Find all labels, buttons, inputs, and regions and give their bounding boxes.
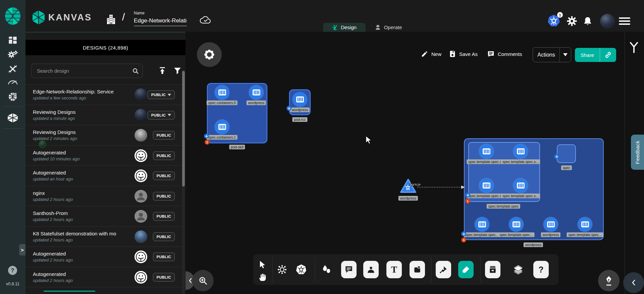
design-list-item[interactable]: K8 Statefulset demonstration with mo upd… bbox=[25, 226, 182, 247]
design-list-item[interactable]: Santhosh-Prom updated 2 hours ago PUBLIC bbox=[25, 206, 182, 226]
visibility-badge[interactable]: PUBLIC bbox=[148, 90, 175, 99]
sketch-tool[interactable] bbox=[458, 261, 474, 278]
help-button[interactable]: ? bbox=[8, 266, 17, 275]
feedback-tab[interactable]: Feedback bbox=[631, 135, 644, 170]
design-list-item[interactable]: Autogenerated updated 10 minutes ago PUB… bbox=[25, 145, 182, 166]
nav-sidebar: > ? v0.8.11 bbox=[0, 32, 25, 294]
actions-dropdown-toggle[interactable] bbox=[560, 53, 571, 56]
design-updated-timestamp: updated a few seconds ago bbox=[33, 95, 129, 100]
service-node[interactable] bbox=[399, 178, 417, 195]
user-avatar[interactable] bbox=[600, 14, 615, 28]
media-tool[interactable] bbox=[363, 261, 379, 278]
rectangle-tool[interactable] bbox=[410, 261, 425, 278]
kubernetes-context-icon[interactable]: 1 bbox=[547, 14, 562, 27]
help-tool[interactable]: ? bbox=[533, 261, 549, 278]
pan-tool[interactable] bbox=[255, 270, 270, 284]
filter-icon[interactable] bbox=[173, 66, 182, 75]
copy-link-button[interactable] bbox=[600, 51, 616, 59]
design-list-item[interactable]: nginx updated 2 hours ago PUBLIC bbox=[25, 186, 182, 206]
search-input[interactable] bbox=[36, 68, 132, 74]
toolbar-divider bbox=[315, 257, 315, 282]
visibility-badge[interactable]: PUBLIC bbox=[153, 192, 175, 201]
share-button[interactable]: Share bbox=[575, 48, 616, 62]
visibility-badge[interactable]: PUBLIC bbox=[153, 232, 175, 241]
text-tool[interactable]: T bbox=[386, 261, 402, 278]
settings-gear-icon[interactable] bbox=[567, 16, 577, 26]
visibility-badge[interactable]: PUBLIC bbox=[148, 111, 175, 120]
kubernetes-badge-icon[interactable] bbox=[461, 231, 466, 236]
actions-button[interactable]: Actions bbox=[533, 47, 571, 62]
visibility-badge[interactable]: PUBLIC bbox=[153, 252, 175, 261]
visibility-badge[interactable]: PUBLIC bbox=[153, 273, 175, 282]
zoom-in-button[interactable] bbox=[192, 270, 214, 291]
search-box[interactable] bbox=[31, 64, 143, 78]
shapes-dock-button[interactable] bbox=[197, 42, 222, 67]
new-button[interactable]: New bbox=[421, 50, 441, 58]
kanvas-hexagon-icon[interactable] bbox=[7, 113, 18, 123]
error-count-badge[interactable]: 1 bbox=[465, 199, 470, 204]
performance-gauge-icon[interactable] bbox=[7, 78, 18, 85]
node-label: spec.containers.1 bbox=[207, 135, 237, 140]
share-link-icon bbox=[604, 51, 612, 59]
pod-template-label: spec.template.spec bbox=[487, 204, 520, 209]
design-list-item[interactable]: Reviewing Designs updated a minute ago P… bbox=[25, 105, 182, 125]
kubernetes-badge-icon[interactable] bbox=[204, 134, 209, 139]
toolbox-icon[interactable] bbox=[8, 64, 18, 74]
container-icon bbox=[514, 178, 528, 193]
design-list-item[interactable]: Reviewing Designs updated 2 minutes ago … bbox=[25, 125, 182, 145]
save-as-button[interactable]: Save As bbox=[449, 50, 478, 58]
shapes-tool[interactable] bbox=[319, 261, 334, 278]
sidebar-expand-button[interactable]: > bbox=[19, 244, 25, 255]
lifecycle-gears-icon[interactable] bbox=[7, 50, 18, 59]
design-title: Santhosh-Prom bbox=[33, 210, 129, 216]
kanvas-logo[interactable]: KANVAS bbox=[32, 10, 92, 25]
design-name-input[interactable] bbox=[134, 17, 187, 26]
organization-building-icon[interactable] bbox=[106, 14, 116, 25]
design-list-item[interactable]: Autogenerated updated an hour ago PUBLIC bbox=[25, 165, 182, 186]
panel-scrollbar-thumb[interactable] bbox=[182, 71, 185, 187]
hierarchy-icon[interactable] bbox=[628, 41, 640, 54]
tab-design[interactable]: Design bbox=[323, 23, 366, 32]
kubernetes-tool[interactable] bbox=[293, 261, 309, 278]
service-edge bbox=[415, 183, 466, 191]
menu-icon[interactable] bbox=[619, 17, 630, 25]
kubernetes-badge-icon[interactable] bbox=[286, 106, 291, 111]
design-list-item[interactable]: Autogenerated updated 2 hours ago PUBLIC bbox=[25, 267, 182, 287]
visibility-badge[interactable]: PUBLIC bbox=[153, 212, 175, 221]
error-count-badge[interactable]: 2 bbox=[205, 140, 210, 145]
design-owner-avatar bbox=[135, 210, 147, 223]
operate-headset-icon bbox=[375, 24, 381, 30]
layers-tool[interactable] bbox=[511, 261, 526, 278]
visibility-badge[interactable]: PUBLIC bbox=[153, 131, 175, 140]
node-shapes-tool[interactable] bbox=[274, 261, 290, 278]
tab-operate[interactable]: Operate bbox=[368, 23, 409, 32]
sidebar-divider bbox=[3, 106, 23, 107]
design-list-item[interactable]: Edge-Network-Relationship: Service updat… bbox=[25, 84, 182, 105]
design-title: Autogenerated bbox=[33, 251, 129, 256]
visibility-badge[interactable]: PUBLIC bbox=[153, 171, 175, 180]
notifications-bell-icon[interactable] bbox=[583, 16, 593, 26]
collapse-right-panel-button[interactable] bbox=[623, 272, 644, 293]
design-updated-timestamp: updated 10 minutes ago bbox=[33, 156, 129, 161]
kubernetes-badge-icon[interactable] bbox=[465, 193, 470, 198]
spec-box[interactable] bbox=[557, 144, 576, 163]
publish-icon[interactable] bbox=[158, 66, 167, 75]
annotation-pen-button[interactable] bbox=[598, 270, 620, 291]
text-tool-glyph: T bbox=[391, 265, 397, 275]
dashboard-icon[interactable] bbox=[8, 36, 17, 45]
design-list-item[interactable]: Autogenerated updated 2 hours ago PUBLIC bbox=[25, 246, 182, 267]
drawer-tool[interactable] bbox=[485, 261, 500, 278]
kubernetes-badge-icon[interactable] bbox=[554, 154, 559, 159]
comments-label: Comments bbox=[498, 51, 522, 57]
comments-button[interactable]: Comments bbox=[487, 50, 522, 58]
design-title: nginx bbox=[33, 190, 129, 196]
comment-tool[interactable] bbox=[341, 261, 357, 278]
visibility-badge[interactable]: PUBLIC bbox=[153, 151, 175, 160]
new-label: New bbox=[431, 51, 441, 57]
design-owner-avatar bbox=[135, 250, 147, 263]
error-count-badge[interactable]: 3 bbox=[461, 237, 466, 242]
extensions-icon[interactable] bbox=[7, 91, 18, 102]
right-rail-divider bbox=[625, 32, 625, 294]
meshery-logo-area[interactable] bbox=[0, 0, 25, 32]
pen-tool[interactable] bbox=[436, 261, 451, 278]
